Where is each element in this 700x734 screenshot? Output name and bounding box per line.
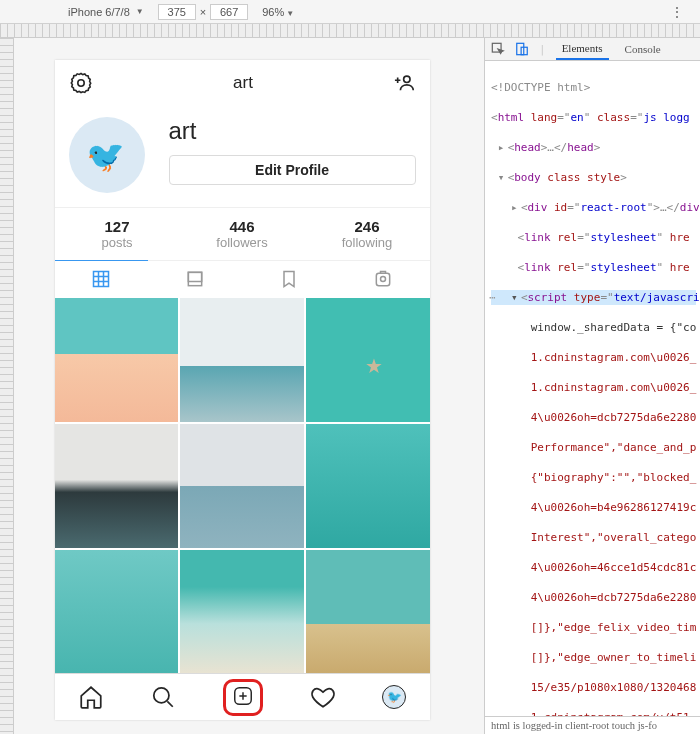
device-toolbar: iPhone 6/7/8▼ 375 × 667 96%▼ ⋮ [0, 0, 700, 24]
svg-point-1 [403, 76, 409, 82]
page-title: art [233, 73, 253, 93]
profile-nav-avatar[interactable]: 🐦 [382, 685, 406, 709]
add-post-button[interactable] [223, 679, 263, 716]
avatar[interactable]: 🐦 [69, 117, 145, 193]
phone-frame: art 🐦 art Edit Profile 127 posts 446 fol… [55, 60, 430, 720]
svg-rect-2 [94, 272, 109, 287]
devtools-panel: | Elements Console <!DOCTYPE html> <html… [484, 38, 700, 734]
stat-followers[interactable]: 446 followers [180, 218, 305, 250]
vertical-ruler [0, 38, 14, 734]
svg-rect-5 [376, 274, 389, 287]
grid-icon [91, 269, 111, 289]
followers-label: followers [180, 235, 305, 250]
elements-source[interactable]: <!DOCTYPE html> <html lang="en" class="j… [485, 61, 700, 716]
grid-photo[interactable] [55, 550, 179, 674]
device-viewport: art 🐦 art Edit Profile 127 posts 446 fol… [0, 38, 484, 734]
tab-tagged[interactable] [336, 261, 430, 299]
dots-icon[interactable]: ⋯ [489, 290, 496, 305]
breadcrumb-status: html is logged-in client-root touch js-f… [485, 716, 700, 734]
tab-feed[interactable] [148, 261, 242, 299]
svg-rect-4 [188, 273, 201, 282]
height-input[interactable]: 667 [210, 4, 248, 20]
svg-point-0 [77, 80, 83, 86]
feed-icon [185, 269, 205, 289]
grid-photo[interactable] [180, 298, 304, 422]
tab-console[interactable]: Console [619, 39, 667, 59]
chevron-down-icon: ▼ [136, 7, 144, 16]
grid-photo[interactable] [180, 550, 304, 674]
plus-icon [232, 685, 254, 707]
heart-icon[interactable] [310, 684, 336, 710]
search-icon[interactable] [150, 684, 176, 710]
settings-icon[interactable] [69, 71, 93, 95]
grid-photo[interactable] [55, 298, 179, 422]
tab-saved[interactable] [242, 261, 336, 299]
home-icon[interactable] [78, 684, 104, 710]
stat-posts[interactable]: 127 posts [55, 218, 180, 250]
tagged-icon [373, 269, 393, 289]
following-label: following [305, 235, 430, 250]
tab-grid[interactable] [55, 260, 149, 299]
grid-photo[interactable] [306, 298, 430, 422]
stat-following[interactable]: 246 following [305, 218, 430, 250]
add-person-icon[interactable] [394, 72, 416, 94]
photo-grid [55, 298, 430, 673]
horizontal-ruler [0, 24, 700, 38]
svg-point-6 [380, 277, 385, 282]
page-header: art [55, 60, 430, 107]
more-menu-icon[interactable]: ⋮ [670, 4, 684, 20]
tab-elements[interactable]: Elements [556, 38, 609, 60]
svg-point-7 [154, 688, 169, 703]
view-tabs [55, 260, 430, 299]
posts-label: posts [55, 235, 180, 250]
dimension-separator: × [200, 6, 206, 18]
avatar-image: 🐦 [82, 130, 132, 179]
svg-rect-10 [517, 43, 524, 54]
stats-row: 127 posts 446 followers 246 following [55, 207, 430, 260]
svg-rect-3 [188, 273, 201, 286]
grid-photo[interactable] [55, 424, 179, 548]
zoom-selector[interactable]: 96%▼ [262, 6, 294, 18]
bookmark-icon [279, 269, 299, 289]
avatar-image: 🐦 [387, 690, 402, 704]
username: art [169, 117, 416, 145]
bottom-nav: 🐦 [55, 673, 430, 720]
edit-profile-button[interactable]: Edit Profile [169, 155, 416, 185]
chevron-down-icon: ▼ [286, 9, 294, 18]
devtools-toolbar: | Elements Console [485, 38, 700, 61]
device-mode-icon[interactable] [515, 42, 529, 56]
following-count: 246 [305, 218, 430, 235]
posts-count: 127 [55, 218, 180, 235]
grid-photo[interactable] [180, 424, 304, 548]
device-name: iPhone 6/7/8 [68, 6, 130, 18]
width-input[interactable]: 375 [158, 4, 196, 20]
device-selector[interactable]: iPhone 6/7/8▼ [68, 6, 144, 18]
grid-photo[interactable] [306, 550, 430, 674]
followers-count: 446 [180, 218, 305, 235]
inspect-icon[interactable] [491, 42, 505, 56]
profile-section: 🐦 art Edit Profile [55, 107, 430, 207]
grid-photo[interactable] [306, 424, 430, 548]
